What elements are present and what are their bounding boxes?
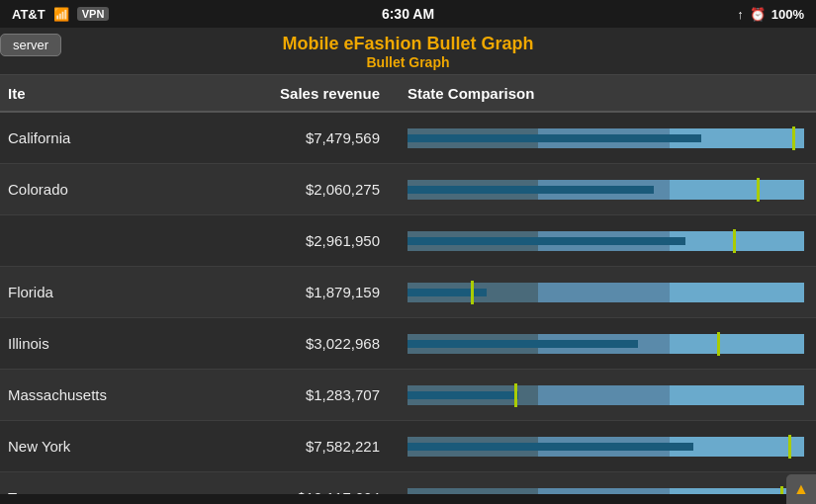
bullet-actual-bar bbox=[408, 391, 518, 399]
bullet-graph bbox=[408, 379, 804, 411]
vpn-badge: VPN bbox=[77, 7, 110, 21]
chart-cell bbox=[396, 267, 816, 317]
scroll-indicator[interactable]: ▲ bbox=[786, 474, 816, 504]
bullet-actual-bar bbox=[408, 289, 487, 296]
state-cell: Colorado bbox=[0, 181, 213, 198]
bullet-actual-bar bbox=[408, 443, 693, 451]
bullet-actual-bar bbox=[408, 237, 685, 245]
band-satisfactory bbox=[538, 385, 669, 405]
main-title: Mobile eFashion Bullet Graph bbox=[0, 34, 816, 54]
revenue-cell: $10,117,664 bbox=[213, 489, 396, 494]
alarm-icon: ⏰ bbox=[750, 7, 766, 22]
state-cell: Florida bbox=[0, 284, 213, 300]
revenue-cell: $7,582,221 bbox=[213, 438, 396, 455]
status-time: 6:30 AM bbox=[382, 6, 434, 22]
chart-cell bbox=[396, 370, 816, 420]
status-left: AT&T 📶 VPN bbox=[12, 7, 109, 22]
band-good bbox=[670, 385, 804, 405]
bullet-target-marker bbox=[792, 126, 795, 150]
bullet-target-marker bbox=[733, 229, 736, 253]
sub-title: Bullet Graph bbox=[0, 54, 816, 70]
state-cell: Massachusetts bbox=[0, 386, 213, 403]
bullet-graph bbox=[408, 431, 804, 462]
chart-cell bbox=[396, 318, 816, 369]
table-body: California$7,479,569Colorado$2,060,275$2… bbox=[0, 113, 816, 494]
band-good bbox=[670, 231, 804, 251]
bullet-target-marker bbox=[471, 281, 474, 304]
revenue-cell: $7,479,569 bbox=[213, 129, 396, 146]
chart-cell bbox=[396, 421, 816, 471]
revenue-cell: $2,961,950 bbox=[213, 232, 396, 249]
bullet-graph bbox=[408, 277, 804, 308]
revenue-cell: $3,022,968 bbox=[213, 335, 396, 352]
chart-cell bbox=[396, 164, 816, 214]
bullet-actual-bar bbox=[408, 134, 701, 142]
status-bar: AT&T 📶 VPN 6:30 AM ↑ ⏰ 100% bbox=[0, 0, 816, 28]
bullet-actual-bar bbox=[408, 494, 626, 495]
table-row: California$7,479,569 bbox=[0, 113, 816, 164]
title-bar: server Mobile eFashion Bullet Graph Bull… bbox=[0, 28, 816, 75]
col-revenue-header: Sales revenue bbox=[213, 85, 396, 102]
table-row: $2,961,950 bbox=[0, 215, 816, 267]
table-row: Florida$1,879,159 bbox=[0, 267, 816, 318]
status-right: ↑ ⏰ 100% bbox=[737, 7, 804, 22]
table-row: Massachusetts$1,283,707 bbox=[0, 370, 816, 421]
bullet-graph bbox=[408, 174, 804, 206]
bullet-actual-bar bbox=[408, 186, 654, 194]
state-cell: New York bbox=[0, 438, 213, 455]
col-state-header: Ite bbox=[0, 85, 213, 102]
bullet-graph bbox=[408, 225, 804, 257]
chart-cell bbox=[396, 113, 816, 163]
location-icon: ↑ bbox=[737, 7, 744, 22]
table-row: New York$7,582,221 bbox=[0, 421, 816, 472]
band-satisfactory bbox=[538, 283, 669, 302]
revenue-cell: $1,879,159 bbox=[213, 284, 396, 300]
chart-cell bbox=[396, 472, 816, 494]
state-cell: Illinois bbox=[0, 335, 213, 352]
bullet-graph bbox=[408, 328, 804, 360]
bullet-target-marker bbox=[757, 178, 760, 202]
table-row: Texas$10,117,664 bbox=[0, 472, 816, 494]
chart-cell bbox=[396, 215, 816, 266]
server-button[interactable]: server bbox=[0, 34, 61, 56]
carrier-label: AT&T bbox=[12, 7, 45, 22]
revenue-cell: $1,283,707 bbox=[213, 386, 396, 403]
state-cell: California bbox=[0, 129, 213, 146]
band-good bbox=[670, 283, 804, 302]
wifi-icon: 📶 bbox=[53, 7, 69, 22]
bullet-graph bbox=[408, 482, 804, 495]
bullet-target-marker bbox=[514, 383, 517, 407]
band-good bbox=[670, 180, 804, 200]
band-good bbox=[670, 334, 804, 354]
revenue-cell: $2,060,275 bbox=[213, 181, 396, 198]
bullet-target-marker bbox=[788, 435, 791, 459]
bullet-actual-bar bbox=[408, 340, 638, 348]
table-header: Ite Sales revenue State Comparison bbox=[0, 75, 816, 113]
col-chart-header: State Comparison bbox=[396, 85, 816, 102]
band-good bbox=[670, 488, 804, 495]
table-row: Colorado$2,060,275 bbox=[0, 164, 816, 215]
bullet-target-marker bbox=[780, 486, 783, 495]
bullet-graph bbox=[408, 123, 804, 154]
table-container: Ite Sales revenue State Comparison Calif… bbox=[0, 75, 816, 494]
table-row: Illinois$3,022,968 bbox=[0, 318, 816, 370]
state-cell: Texas bbox=[0, 489, 213, 494]
bullet-target-marker bbox=[717, 332, 720, 356]
battery-label: 100% bbox=[771, 7, 804, 22]
